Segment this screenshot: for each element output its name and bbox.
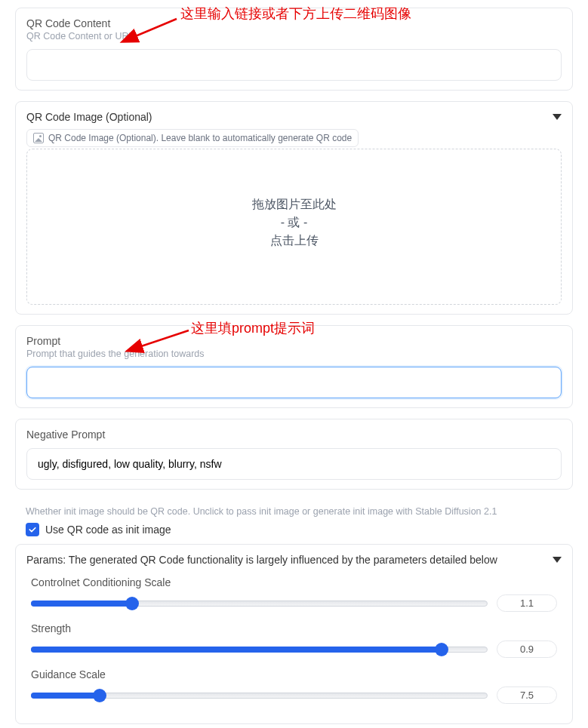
qr-image-label: QR Code Image (Optional): [26, 111, 152, 123]
slider-value[interactable]: 0.9: [497, 640, 557, 658]
prompt-section: Prompt Prompt that guides the generation…: [15, 325, 573, 408]
init-image-checkbox[interactable]: [26, 523, 39, 536]
slider-thumb[interactable]: [435, 643, 448, 656]
slider-label: Controlnet Conditioning Scale: [31, 576, 557, 588]
slider-fill: [31, 601, 131, 607]
qr-content-input[interactable]: [26, 49, 562, 81]
slider-block: Strength0.9: [31, 622, 557, 658]
prompt-label: Prompt: [26, 335, 562, 347]
slider-value[interactable]: 7.5: [497, 687, 557, 704]
qr-content-section: QR Code Content QR Code Content or URL 这…: [15, 8, 573, 91]
qr-image-hint-text: QR Code Image (Optional). Leave blank to…: [48, 133, 352, 143]
slider-track[interactable]: [31, 601, 488, 607]
image-icon: [33, 133, 44, 143]
chevron-down-icon: [553, 557, 562, 563]
dropzone-line1: 拖放图片至此处: [35, 197, 553, 213]
init-image-section: Whether init image should be QR code. Un…: [15, 500, 573, 539]
prompt-input[interactable]: [26, 367, 562, 398]
negative-prompt-input[interactable]: [26, 448, 562, 480]
image-dropzone[interactable]: 拖放图片至此处 - 或 - 点击上传: [26, 149, 562, 305]
params-header[interactable]: Params: The generated QR Code functional…: [26, 554, 562, 566]
negative-prompt-section: Negative Prompt: [15, 419, 573, 490]
chevron-down-icon: [553, 114, 562, 120]
negative-prompt-label: Negative Prompt: [26, 429, 562, 441]
dropzone-line2: - 或 -: [35, 215, 553, 231]
slider-label: Guidance Scale: [31, 668, 557, 680]
slider-block: Controlnet Conditioning Scale1.1: [31, 576, 557, 612]
slider-track[interactable]: [31, 647, 488, 653]
prompt-desc: Prompt that guides the generation toward…: [26, 349, 562, 359]
slider-thumb[interactable]: [93, 689, 106, 702]
qr-content-label: QR Code Content: [26, 17, 562, 29]
dropzone-line3: 点击上传: [35, 233, 553, 249]
init-image-helper: Whether init image should be QR code. Un…: [26, 506, 562, 517]
qr-image-hint: QR Code Image (Optional). Leave blank to…: [26, 129, 359, 147]
qr-content-desc: QR Code Content or URL: [26, 31, 562, 41]
slider-fill: [31, 693, 99, 699]
slider-track[interactable]: [31, 693, 488, 699]
params-header-label: Params: The generated QR Code functional…: [26, 554, 497, 566]
slider-thumb[interactable]: [125, 597, 139, 610]
slider-value[interactable]: 1.1: [497, 594, 557, 612]
slider-fill: [31, 647, 441, 653]
check-icon: [28, 525, 37, 534]
params-section: Params: The generated QR Code functional…: [15, 544, 573, 724]
init-image-checkbox-row[interactable]: Use QR code as init image: [26, 523, 562, 536]
slider-label: Strength: [31, 622, 557, 634]
slider-block: Guidance Scale7.5: [31, 668, 557, 704]
qr-image-section: QR Code Image (Optional) QR Code Image (…: [15, 101, 573, 315]
qr-image-header[interactable]: QR Code Image (Optional): [26, 111, 562, 123]
init-image-checkbox-label: Use QR code as init image: [45, 524, 171, 536]
